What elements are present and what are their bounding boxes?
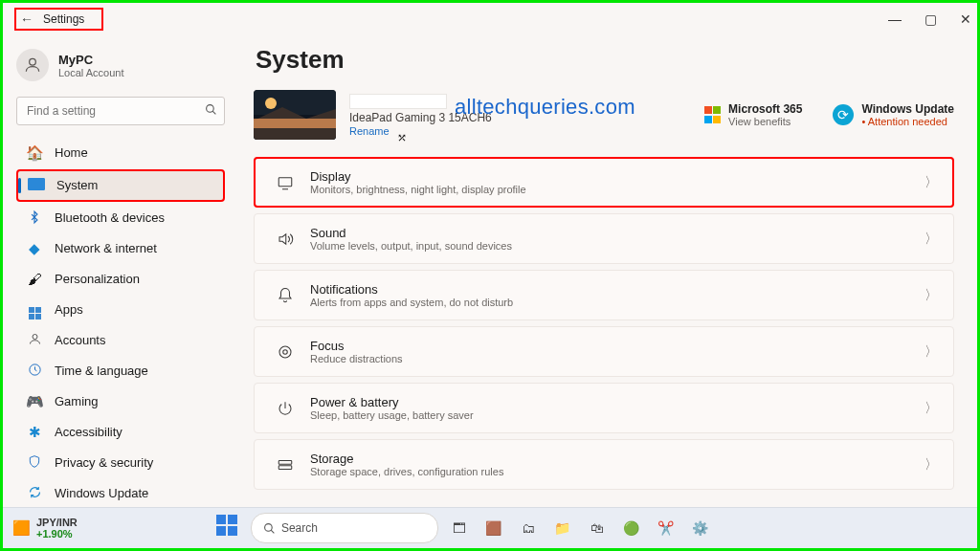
maximize-button[interactable]: ▢ [924, 11, 937, 27]
sidebar-item-network-internet[interactable]: ◆Network & internet [16, 234, 225, 263]
search-input[interactable] [16, 97, 225, 125]
account-name: MyPC [58, 53, 124, 67]
taskbar-center: Search 🗔 🟫 🗂 📁 🛍 🟢 ✂️ ⚙️ [85, 513, 845, 543]
nav-icon [26, 454, 43, 471]
card-subtitle: Monitors, brightness, night light, displ… [310, 184, 924, 195]
svg-point-13 [265, 523, 273, 531]
card-title: Display [310, 169, 924, 184]
sidebar-item-apps[interactable]: Apps [16, 296, 225, 324]
nav-icon [26, 332, 43, 348]
svg-point-9 [283, 349, 288, 354]
promo-subtitle: • Attention needed [861, 116, 954, 127]
scrollbar[interactable] [968, 35, 977, 507]
sidebar-item-privacy-security[interactable]: Privacy & security [16, 448, 225, 476]
chevron-right-icon: 〉 [924, 287, 938, 304]
sync-icon: ⟳ [833, 104, 854, 125]
card-subtitle: Sleep, battery usage, battery saver [310, 409, 924, 421]
task-view-icon[interactable]: 🗔 [446, 515, 473, 541]
sidebar-item-personalization[interactable]: 🖌Personalization [16, 265, 225, 294]
m365-icon [704, 106, 722, 123]
chevron-right-icon: 〉 [924, 343, 938, 361]
taskbar-search-label: Search [281, 521, 318, 535]
nav-icon: ◆ [26, 241, 43, 255]
display-icon [270, 174, 301, 191]
nav-icon [26, 363, 43, 379]
card-subtitle: Volume levels, output, input, sound devi… [310, 240, 924, 252]
nav-label: System [56, 178, 98, 192]
sidebar-item-system[interactable]: System [16, 169, 225, 202]
svg-rect-11 [278, 460, 292, 464]
close-button[interactable]: ✕ [960, 11, 971, 27]
chevron-right-icon: 〉 [924, 231, 938, 248]
card-power-battery[interactable]: Power & batterySleep, battery usage, bat… [254, 383, 954, 433]
sidebar-item-home[interactable]: 🏠Home [16, 139, 225, 167]
promo-windows-update[interactable]: ⟳ Windows Update • Attention needed [833, 102, 954, 127]
promo-subtitle: View benefits [728, 116, 802, 127]
svg-point-6 [265, 98, 277, 109]
back-button[interactable]: ← [20, 11, 33, 27]
card-title: Power & battery [310, 395, 924, 409]
sidebar-item-accounts[interactable]: Accounts [16, 326, 225, 355]
card-focus[interactable]: FocusReduce distractions〉 [254, 326, 954, 377]
promo-m365[interactable]: Microsoft 365 View benefits [704, 102, 803, 127]
titlebar: ← Settings — ▢ ✕ [3, 3, 977, 35]
search-icon [263, 522, 276, 535]
start-button[interactable] [216, 515, 243, 541]
taskbar-search[interactable]: Search [251, 513, 438, 543]
account-block[interactable]: MyPC Local Account [16, 49, 225, 81]
chevron-right-icon: 〉 [924, 400, 938, 417]
chevron-right-icon: 〉 [924, 174, 938, 191]
sidebar-item-gaming[interactable]: 🎮Gaming [16, 386, 225, 415]
card-subtitle: Storage space, drives, configuration rul… [310, 466, 924, 477]
nav-icon [26, 485, 43, 501]
store-icon[interactable]: 🛍 [584, 515, 611, 541]
snipping-tool-icon[interactable]: ✂️ [653, 515, 679, 541]
currency-change: +1.90% [36, 528, 78, 540]
window-frame: ← Settings — ▢ ✕ MyPC Local Account [0, 0, 980, 551]
settings-icon[interactable]: ⚙️ [687, 515, 714, 541]
svg-point-1 [207, 105, 214, 113]
card-notifications[interactable]: NotificationsAlerts from apps and system… [254, 270, 954, 320]
bell-icon [270, 287, 301, 304]
nav-label: Apps [55, 302, 83, 317]
taskbar-widget[interactable]: 🟧 JPY/INR +1.90% [12, 517, 78, 540]
sound-icon [270, 231, 301, 248]
nav-icon: ✱ [26, 425, 43, 439]
currency-pair: JPY/INR [36, 517, 78, 528]
svg-point-0 [30, 58, 36, 65]
rename-link[interactable]: Rename [349, 125, 492, 137]
taskbar: 🟧 JPY/INR +1.90% Search 🗔 🟫 🗂 📁 🛍 🟢 ✂️ ⚙… [3, 507, 977, 548]
sidebar-item-time-language[interactable]: Time & language [16, 356, 225, 385]
sidebar-item-accessibility[interactable]: ✱Accessibility [16, 417, 225, 446]
card-title: Storage [310, 452, 924, 466]
window-title: Settings [43, 12, 84, 26]
pinned-app-2[interactable]: 🗂 [515, 515, 542, 541]
nav-label: Time & language [55, 364, 148, 378]
nav-label: Bluetooth & devices [55, 210, 165, 225]
power-icon [270, 400, 301, 417]
pinned-app-1[interactable]: 🟫 [480, 515, 507, 541]
card-storage[interactable]: StorageStorage space, drives, configurat… [254, 439, 954, 490]
nav-label: Accessibility [55, 425, 122, 439]
card-sound[interactable]: SoundVolume levels, output, input, sound… [254, 213, 954, 264]
search-icon [205, 102, 217, 120]
sidebar-item-bluetooth-devices[interactable]: Bluetooth & devices [16, 204, 225, 232]
focus-icon [270, 343, 301, 361]
svg-rect-12 [278, 465, 292, 469]
nav-icon [26, 209, 43, 227]
svg-rect-8 [278, 177, 292, 186]
minimize-button[interactable]: — [888, 11, 902, 27]
device-thumbnail [254, 90, 336, 140]
window-controls: — ▢ ✕ [888, 11, 971, 27]
promo-title: Windows Update [861, 102, 954, 116]
search-container [16, 97, 225, 125]
chrome-icon[interactable]: 🟢 [618, 515, 645, 541]
nav-icon: 🎮 [26, 394, 43, 408]
card-subtitle: Alerts from apps and system, do not dist… [310, 297, 924, 308]
app-body: MyPC Local Account 🏠HomeSystemBluetooth … [3, 35, 977, 507]
sidebar-item-windows-update[interactable]: Windows Update [16, 478, 225, 507]
card-title: Focus [310, 339, 924, 353]
card-display[interactable]: DisplayMonitors, brightness, night light… [254, 157, 954, 208]
file-explorer-icon[interactable]: 📁 [549, 515, 576, 541]
promo-title: Microsoft 365 [728, 102, 802, 116]
